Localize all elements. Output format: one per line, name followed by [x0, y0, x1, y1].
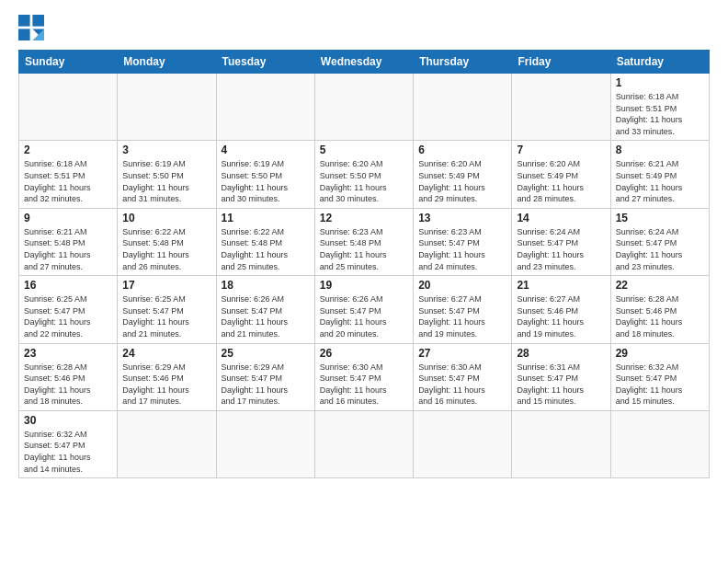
day-number: 27: [418, 347, 506, 360]
calendar-cell: 30Sunrise: 6:32 AMSunset: 5:47 PMDayligh…: [19, 410, 118, 477]
day-info: Sunrise: 6:26 AMSunset: 5:47 PMDaylight:…: [320, 293, 408, 339]
day-info: Sunrise: 6:20 AMSunset: 5:49 PMDaylight:…: [418, 158, 506, 204]
day-info: Sunrise: 6:28 AMSunset: 5:46 PMDaylight:…: [24, 362, 112, 408]
calendar-cell: 22Sunrise: 6:28 AMSunset: 5:46 PMDayligh…: [610, 276, 709, 343]
day-number: 7: [517, 144, 605, 156]
day-number: 30: [24, 414, 112, 427]
day-number: 19: [320, 279, 408, 292]
calendar-week-row: 16Sunrise: 6:25 AMSunset: 5:47 PMDayligh…: [19, 276, 710, 343]
day-info: Sunrise: 6:31 AMSunset: 5:47 PMDaylight:…: [517, 362, 605, 408]
calendar-header-row: SundayMondayTuesdayWednesdayThursdayFrid…: [19, 51, 710, 74]
day-info: Sunrise: 6:30 AMSunset: 5:47 PMDaylight:…: [320, 362, 408, 408]
calendar-cell: [118, 410, 216, 477]
calendar-cell: 17Sunrise: 6:25 AMSunset: 5:47 PMDayligh…: [118, 276, 216, 343]
calendar-cell: 4Sunrise: 6:19 AMSunset: 5:50 PMDaylight…: [216, 141, 314, 208]
calendar-cell: 7Sunrise: 6:20 AMSunset: 5:49 PMDaylight…: [512, 141, 610, 208]
day-number: 29: [616, 347, 704, 360]
calendar-week-row: 30Sunrise: 6:32 AMSunset: 5:47 PMDayligh…: [19, 410, 710, 477]
calendar-cell: 5Sunrise: 6:20 AMSunset: 5:50 PMDaylight…: [314, 141, 413, 208]
calendar-cell: 13Sunrise: 6:23 AMSunset: 5:47 PMDayligh…: [414, 208, 512, 275]
calendar-cell: 16Sunrise: 6:25 AMSunset: 5:47 PMDayligh…: [19, 276, 118, 343]
day-number: 22: [616, 279, 704, 292]
day-number: 3: [122, 144, 210, 156]
calendar-cell: 21Sunrise: 6:27 AMSunset: 5:46 PMDayligh…: [512, 276, 610, 343]
calendar-week-row: 9Sunrise: 6:21 AMSunset: 5:48 PMDaylight…: [19, 208, 710, 275]
day-number: 2: [24, 144, 112, 156]
calendar-cell: [610, 410, 709, 477]
day-info: Sunrise: 6:23 AMSunset: 5:47 PMDaylight:…: [418, 226, 506, 272]
day-info: Sunrise: 6:20 AMSunset: 5:49 PMDaylight:…: [517, 158, 605, 204]
day-info: Sunrise: 6:23 AMSunset: 5:48 PMDaylight:…: [320, 226, 408, 272]
calendar-week-row: 1Sunrise: 6:18 AMSunset: 5:51 PMDaylight…: [19, 74, 710, 141]
day-info: Sunrise: 6:25 AMSunset: 5:47 PMDaylight:…: [122, 293, 210, 339]
weekday-header: Saturday: [610, 51, 709, 74]
calendar-week-row: 2Sunrise: 6:18 AMSunset: 5:51 PMDaylight…: [19, 141, 710, 208]
day-info: Sunrise: 6:21 AMSunset: 5:49 PMDaylight:…: [616, 158, 704, 204]
day-info: Sunrise: 6:24 AMSunset: 5:47 PMDaylight:…: [616, 226, 704, 272]
calendar-cell: 26Sunrise: 6:30 AMSunset: 5:47 PMDayligh…: [314, 343, 413, 410]
day-number: 28: [517, 347, 605, 360]
day-number: 13: [418, 212, 506, 224]
day-info: Sunrise: 6:24 AMSunset: 5:47 PMDaylight:…: [517, 226, 605, 272]
day-number: 11: [222, 212, 310, 224]
day-info: Sunrise: 6:26 AMSunset: 5:47 PMDaylight:…: [222, 293, 310, 339]
weekday-header: Sunday: [19, 51, 118, 74]
calendar-cell: [216, 410, 314, 477]
day-number: 17: [122, 279, 210, 292]
logo: [18, 15, 48, 40]
calendar-cell: 15Sunrise: 6:24 AMSunset: 5:47 PMDayligh…: [610, 208, 709, 275]
day-number: 26: [320, 347, 408, 360]
svg-rect-2: [18, 29, 30, 40]
day-number: 18: [222, 279, 310, 292]
day-info: Sunrise: 6:27 AMSunset: 5:47 PMDaylight:…: [418, 293, 506, 339]
day-number: 15: [616, 212, 704, 224]
calendar-cell: 6Sunrise: 6:20 AMSunset: 5:49 PMDaylight…: [414, 141, 512, 208]
calendar-cell: 2Sunrise: 6:18 AMSunset: 5:51 PMDaylight…: [19, 141, 118, 208]
calendar-cell: 1Sunrise: 6:18 AMSunset: 5:51 PMDaylight…: [610, 74, 709, 141]
calendar-cell: [314, 74, 413, 141]
day-number: 12: [320, 212, 408, 224]
calendar-cell: 23Sunrise: 6:28 AMSunset: 5:46 PMDayligh…: [19, 343, 118, 410]
svg-rect-1: [32, 15, 44, 27]
day-info: Sunrise: 6:32 AMSunset: 5:47 PMDaylight:…: [616, 362, 704, 408]
day-number: 24: [122, 347, 210, 360]
calendar-cell: 9Sunrise: 6:21 AMSunset: 5:48 PMDaylight…: [19, 208, 118, 275]
calendar-cell: 20Sunrise: 6:27 AMSunset: 5:47 PMDayligh…: [414, 276, 512, 343]
day-info: Sunrise: 6:21 AMSunset: 5:48 PMDaylight:…: [24, 226, 112, 272]
day-info: Sunrise: 6:19 AMSunset: 5:50 PMDaylight:…: [222, 158, 310, 204]
day-info: Sunrise: 6:28 AMSunset: 5:46 PMDaylight:…: [616, 293, 704, 339]
calendar-week-row: 23Sunrise: 6:28 AMSunset: 5:46 PMDayligh…: [19, 343, 710, 410]
calendar-cell: 8Sunrise: 6:21 AMSunset: 5:49 PMDaylight…: [610, 141, 709, 208]
svg-rect-0: [18, 15, 30, 27]
day-number: 1: [616, 76, 704, 89]
calendar-cell: [414, 74, 512, 141]
logo-icon: [18, 15, 44, 40]
day-number: 8: [616, 144, 704, 156]
day-number: 14: [517, 212, 605, 224]
weekday-header: Monday: [118, 51, 216, 74]
page-header: [18, 15, 710, 40]
calendar-cell: [216, 74, 314, 141]
weekday-header: Friday: [512, 51, 610, 74]
day-info: Sunrise: 6:20 AMSunset: 5:50 PMDaylight:…: [320, 158, 408, 204]
day-info: Sunrise: 6:27 AMSunset: 5:46 PMDaylight:…: [517, 293, 605, 339]
calendar: SundayMondayTuesdayWednesdayThursdayFrid…: [18, 50, 710, 478]
day-info: Sunrise: 6:25 AMSunset: 5:47 PMDaylight:…: [24, 293, 112, 339]
calendar-cell: [314, 410, 413, 477]
calendar-cell: [512, 74, 610, 141]
calendar-cell: 11Sunrise: 6:22 AMSunset: 5:48 PMDayligh…: [216, 208, 314, 275]
calendar-cell: 28Sunrise: 6:31 AMSunset: 5:47 PMDayligh…: [512, 343, 610, 410]
calendar-cell: 29Sunrise: 6:32 AMSunset: 5:47 PMDayligh…: [610, 343, 709, 410]
day-info: Sunrise: 6:18 AMSunset: 5:51 PMDaylight:…: [24, 158, 112, 204]
weekday-header: Tuesday: [216, 51, 314, 74]
day-info: Sunrise: 6:30 AMSunset: 5:47 PMDaylight:…: [418, 362, 506, 408]
day-number: 20: [418, 279, 506, 292]
calendar-cell: 10Sunrise: 6:22 AMSunset: 5:48 PMDayligh…: [118, 208, 216, 275]
calendar-cell: 14Sunrise: 6:24 AMSunset: 5:47 PMDayligh…: [512, 208, 610, 275]
calendar-cell: 12Sunrise: 6:23 AMSunset: 5:48 PMDayligh…: [314, 208, 413, 275]
day-info: Sunrise: 6:29 AMSunset: 5:47 PMDaylight:…: [222, 362, 310, 408]
calendar-cell: [19, 74, 118, 141]
weekday-header: Wednesday: [314, 51, 413, 74]
day-number: 9: [24, 212, 112, 224]
calendar-cell: [512, 410, 610, 477]
